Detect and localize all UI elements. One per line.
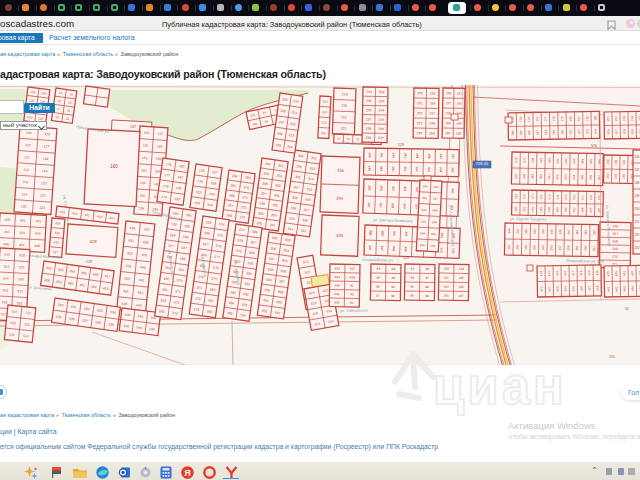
svg-text:533: 533 [97, 308, 103, 313]
svg-text:86: 86 [376, 285, 380, 289]
svg-text:414: 414 [547, 271, 551, 277]
svg-text:213: 213 [288, 133, 294, 138]
svg-text:568: 568 [180, 257, 186, 262]
svg-text:245: 245 [378, 118, 384, 122]
svg-text:400: 400 [5, 218, 11, 222]
svg-text:684: 684 [547, 207, 551, 212]
svg-text:93: 93 [350, 292, 354, 296]
svg-text:368: 368 [391, 203, 395, 209]
svg-text:150: 150 [144, 131, 150, 135]
svg-text:410: 410 [72, 211, 78, 216]
svg-text:181: 181 [577, 116, 581, 122]
svg-text:425: 425 [572, 286, 576, 292]
svg-text:351: 351 [507, 244, 511, 250]
svg-text:440: 440 [140, 265, 146, 270]
svg-text:563: 563 [159, 309, 165, 314]
svg-text:263: 263 [606, 173, 610, 179]
svg-text:157: 157 [158, 132, 164, 136]
svg-text:299: 299 [258, 211, 264, 216]
svg-text:419: 419 [587, 270, 591, 276]
svg-text:246: 246 [613, 224, 619, 228]
svg-text:673: 673 [547, 194, 551, 199]
svg-text:270: 270 [243, 185, 249, 190]
svg-text:564: 564 [186, 213, 192, 218]
svg-text:437: 437 [144, 227, 150, 232]
svg-text:654: 654 [572, 174, 576, 180]
svg-text:323: 323 [323, 100, 329, 104]
svg-text:430: 430 [129, 226, 135, 231]
svg-text:304: 304 [274, 193, 280, 198]
svg-text:581: 581 [208, 298, 214, 303]
svg-text:520: 520 [18, 277, 24, 281]
svg-text:571: 571 [197, 286, 203, 291]
svg-text:156: 156 [446, 91, 452, 95]
svg-text:560: 560 [164, 277, 170, 282]
svg-text:180: 180 [179, 164, 185, 169]
svg-text:346: 346 [558, 229, 562, 235]
svg-text:405: 405 [35, 232, 41, 236]
svg-text:87: 87 [376, 294, 380, 298]
svg-text:319: 319 [301, 229, 307, 234]
svg-text:267: 267 [612, 232, 618, 236]
svg-text:359: 359 [575, 245, 579, 251]
svg-text:443: 443 [623, 286, 627, 292]
svg-text:121: 121 [40, 193, 46, 197]
svg-text:236: 236 [366, 108, 372, 112]
svg-text:457: 457 [104, 274, 110, 279]
svg-text:348: 348 [432, 208, 438, 212]
svg-text:428: 428 [90, 239, 98, 244]
svg-text:388: 388 [368, 230, 372, 236]
svg-text:459: 459 [56, 280, 62, 285]
svg-text:545: 545 [149, 327, 155, 332]
svg-text:129: 129 [86, 260, 92, 264]
svg-text:585: 585 [227, 311, 233, 316]
svg-text:418: 418 [97, 214, 103, 219]
svg-text:578: 578 [213, 266, 219, 271]
svg-text:97: 97 [425, 276, 429, 280]
svg-text:129: 129 [398, 143, 404, 147]
svg-text:353: 353 [524, 244, 528, 250]
svg-text:334: 334 [336, 196, 344, 201]
svg-text:183: 183 [593, 115, 597, 121]
svg-text:572: 572 [195, 296, 201, 301]
svg-text:346: 346 [433, 185, 439, 189]
svg-text:317: 317 [304, 208, 310, 213]
svg-text:420: 420 [595, 270, 599, 276]
svg-text:415: 415 [555, 271, 559, 277]
svg-text:ул. Сергея Захарова: ул. Сергея Захарова [510, 217, 547, 222]
svg-text:604: 604 [283, 248, 289, 253]
svg-text:520: 520 [10, 321, 16, 326]
svg-text:342: 342 [421, 208, 427, 212]
svg-text:441: 441 [139, 278, 145, 283]
svg-text:590: 590 [246, 271, 252, 276]
svg-text:562: 562 [160, 298, 166, 303]
svg-text:608: 608 [278, 290, 284, 295]
svg-text:567: 567 [203, 242, 209, 247]
svg-text:266: 266 [229, 194, 235, 199]
svg-text:641: 641 [556, 158, 560, 164]
svg-text:235: 235 [366, 99, 372, 103]
svg-text:347: 347 [433, 197, 439, 201]
svg-text:307: 307 [293, 185, 299, 190]
svg-text:588: 588 [249, 251, 255, 256]
svg-text:669: 669 [514, 193, 518, 198]
svg-text:574: 574 [219, 222, 225, 227]
svg-text:199: 199 [209, 192, 215, 197]
svg-text:185: 185 [519, 130, 523, 136]
svg-text:112: 112 [23, 168, 29, 172]
svg-text:586: 586 [252, 230, 258, 235]
svg-text:355: 355 [451, 167, 455, 173]
svg-text:391: 391 [404, 231, 408, 237]
svg-text:681: 681 [522, 206, 526, 211]
svg-text:155: 155 [609, 355, 615, 359]
svg-text:265: 265 [622, 173, 626, 179]
svg-text:343: 343 [533, 229, 537, 235]
svg-text:197: 197 [615, 129, 619, 135]
svg-text:247: 247 [634, 168, 639, 172]
svg-text:442: 442 [137, 291, 143, 296]
svg-text:512: 512 [4, 252, 10, 256]
svg-text:152: 152 [142, 156, 148, 160]
svg-text:100: 100 [444, 267, 450, 271]
svg-text:578: 578 [237, 238, 243, 243]
svg-text:674: 674 [556, 194, 560, 199]
